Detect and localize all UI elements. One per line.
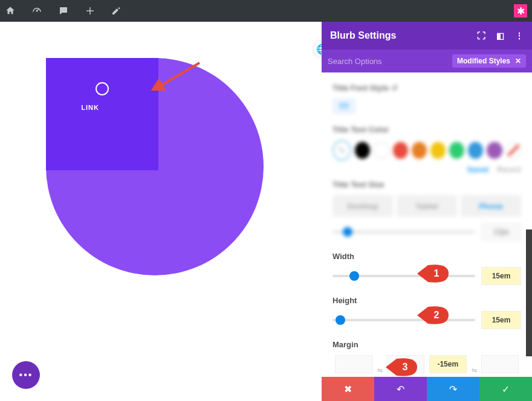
margin-left-input[interactable]: -15em xyxy=(429,355,467,373)
settings-panel: Blurb Settings ⛶ ◧ ⋮ Search Options Modi… xyxy=(322,22,532,401)
home-icon[interactable] xyxy=(5,5,16,16)
color-swatches: ✎ xyxy=(332,140,521,161)
pencil-icon[interactable] xyxy=(111,6,121,16)
reset-icon: ↺ xyxy=(391,83,398,92)
swatch-black[interactable] xyxy=(355,142,370,159)
panel-title: Blurb Settings xyxy=(330,30,396,41)
blurb-module-circle[interactable]: LINK xyxy=(46,58,264,275)
saved-link[interactable]: Saved xyxy=(467,165,488,174)
comment-icon[interactable] xyxy=(58,5,69,16)
size-track[interactable] xyxy=(332,231,475,233)
tt-toggle[interactable]: TT xyxy=(332,98,355,114)
modified-styles-tag[interactable]: Modified Styles ✕ xyxy=(452,54,526,68)
size-thumb[interactable] xyxy=(343,227,352,237)
width-slider: 15em xyxy=(332,267,521,285)
panel-header: Blurb Settings ⛶ ◧ ⋮ xyxy=(322,22,532,50)
save-button[interactable]: ✓ xyxy=(479,377,532,401)
margin-inputs: Top ⇋ Bottom -15em Left ⇋ Right xyxy=(332,355,521,377)
swatch-red[interactable] xyxy=(393,142,408,159)
editor-canvas[interactable]: 🌐 LINK ••• xyxy=(0,22,322,401)
undo-button[interactable]: ↶ xyxy=(374,377,427,401)
width-label: Width xyxy=(332,252,521,261)
height-slider: 15em xyxy=(332,311,521,329)
cancel-button[interactable]: ✖ xyxy=(322,377,374,401)
swatch-blue[interactable] xyxy=(468,142,483,159)
plus-icon[interactable] xyxy=(85,5,96,16)
device-tabs: Desktop Tablet Phone xyxy=(332,195,521,217)
gauge-icon[interactable] xyxy=(31,5,42,16)
swatch-white[interactable] xyxy=(374,142,389,159)
margin-bottom-input[interactable] xyxy=(387,355,424,373)
tag-close-icon[interactable]: ✕ xyxy=(515,57,521,65)
swatch-green[interactable] xyxy=(449,142,464,159)
panel-subheader: Search Options Modified Styles ✕ xyxy=(322,50,532,72)
width-thumb[interactable] xyxy=(349,271,359,281)
admin-topbar: ✱ xyxy=(0,0,532,22)
eyedrop-swatch[interactable]: ✎ xyxy=(332,140,351,161)
font-style-label: Title Font Style↺ xyxy=(332,83,521,92)
swatch-purple[interactable] xyxy=(487,142,502,159)
height-label: Height xyxy=(332,296,521,305)
size-value[interactable]: 12px xyxy=(481,223,521,241)
height-track[interactable] xyxy=(332,319,475,321)
panel-footer: ✖ ↶ ↷ ✓ xyxy=(322,377,532,401)
blurred-options-group: Title Font Style↺ TT Title Text Color ✎ … xyxy=(332,83,521,241)
more-icon[interactable]: ⋮ xyxy=(515,31,524,40)
height-value[interactable]: 15em xyxy=(481,311,521,329)
swatch-yellow[interactable] xyxy=(430,142,446,159)
scrollbar[interactable] xyxy=(526,229,532,356)
recent-link[interactable]: Recent xyxy=(497,165,521,174)
text-color-label: Title Text Color xyxy=(332,125,521,134)
redo-button[interactable]: ↷ xyxy=(427,377,479,401)
star-button[interactable]: ✱ xyxy=(514,4,527,18)
expand-icon[interactable]: ⛶ xyxy=(477,31,485,40)
link-icon xyxy=(96,82,109,95)
blurb-square: LINK xyxy=(46,58,158,170)
tab-desktop[interactable]: Desktop xyxy=(332,195,393,217)
columns-icon[interactable]: ◧ xyxy=(496,31,504,40)
text-size-slider: 12px xyxy=(332,223,521,241)
text-size-label: Title Text Size xyxy=(332,180,521,189)
blurb-link-text: LINK xyxy=(81,104,99,111)
width-track[interactable] xyxy=(332,275,475,277)
tag-label: Modified Styles xyxy=(457,57,510,65)
swatch-none[interactable] xyxy=(506,142,521,159)
link-values-icon-2[interactable]: ⇋ xyxy=(469,367,479,374)
fab-more[interactable]: ••• xyxy=(12,361,40,389)
tab-phone[interactable]: Phone xyxy=(461,195,521,217)
margin-right-input[interactable] xyxy=(481,355,519,373)
link-values-icon[interactable]: ⇋ xyxy=(375,367,385,374)
tab-tablet[interactable]: Tablet xyxy=(397,195,457,217)
height-thumb[interactable] xyxy=(336,315,345,325)
search-options[interactable]: Search Options xyxy=(328,57,382,66)
width-value[interactable]: 15em xyxy=(481,267,521,285)
margin-top-input[interactable] xyxy=(335,355,372,373)
swatch-orange[interactable] xyxy=(412,142,427,159)
margin-label: Margin xyxy=(332,340,521,349)
